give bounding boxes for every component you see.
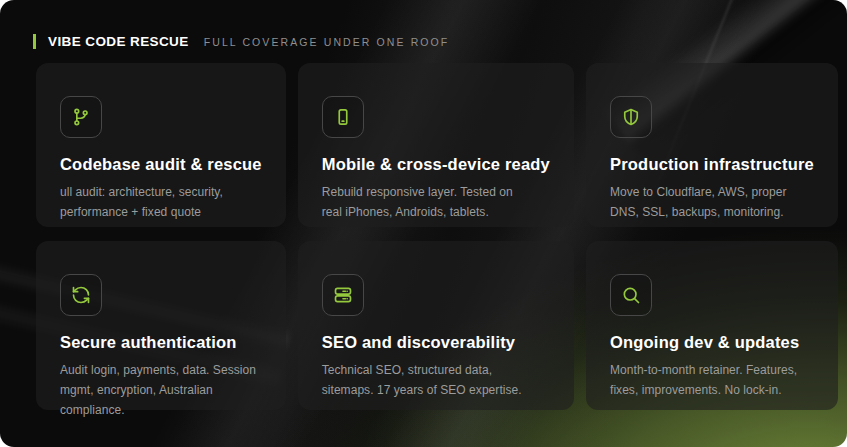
- brand-title: VIBE CODE RESCUE: [48, 34, 189, 49]
- section-tagline: FULL COVERAGE UNDER ONE ROOF: [204, 36, 450, 48]
- card-mobile-ready: Mobile & cross-device ready Rebuild resp…: [298, 63, 574, 227]
- card-title: Ongoing dev & updates: [610, 333, 814, 352]
- panel-background: VIBE CODE RESCUE FULL COVERAGE UNDER ONE…: [0, 0, 847, 447]
- card-codebase-audit: Codebase audit & rescue ull audit: archi…: [36, 63, 286, 227]
- feature-card-grid: Codebase audit & rescue ull audit: archi…: [36, 63, 812, 410]
- card-title: Codebase audit & rescue: [60, 155, 262, 174]
- git-branch-icon: [60, 96, 102, 138]
- smartphone-icon: [322, 96, 364, 138]
- card-description: Audit login, payments, data. Session mgm…: [60, 360, 262, 420]
- card-description: ull audit: architecture, security, perfo…: [60, 182, 262, 222]
- card-seo-discoverability: SEO and discoverability Technical SEO, s…: [298, 241, 574, 410]
- card-secure-authentication: Secure authentication Audit login, payme…: [36, 241, 286, 410]
- shield-icon: [610, 96, 652, 138]
- card-title: SEO and discoverability: [322, 333, 550, 352]
- search-icon: [610, 274, 652, 316]
- section-header: VIBE CODE RESCUE FULL COVERAGE UNDER ONE…: [33, 34, 449, 49]
- card-title: Production infrastructure: [610, 155, 814, 174]
- card-description: Rebuild responsive layer. Tested on real…: [322, 182, 534, 222]
- card-title: Secure authentication: [60, 333, 262, 352]
- card-description: Month-to-month retainer. Features, fixes…: [610, 360, 814, 400]
- accent-bar: [33, 34, 36, 49]
- card-production-infrastructure: Production infrastructure Move to Cloudf…: [586, 63, 838, 227]
- card-title: Mobile & cross-device ready: [322, 155, 550, 174]
- card-description: Technical SEO, structured data, sitemaps…: [322, 360, 534, 400]
- card-ongoing-dev: Ongoing dev & updates Month-to-month ret…: [586, 241, 838, 410]
- server-icon: [322, 274, 364, 316]
- feature-section: VIBE CODE RESCUE FULL COVERAGE UNDER ONE…: [0, 0, 847, 447]
- card-description: Move to Cloudflare, AWS, proper DNS, SSL…: [610, 182, 814, 222]
- refresh-icon: [60, 274, 102, 316]
